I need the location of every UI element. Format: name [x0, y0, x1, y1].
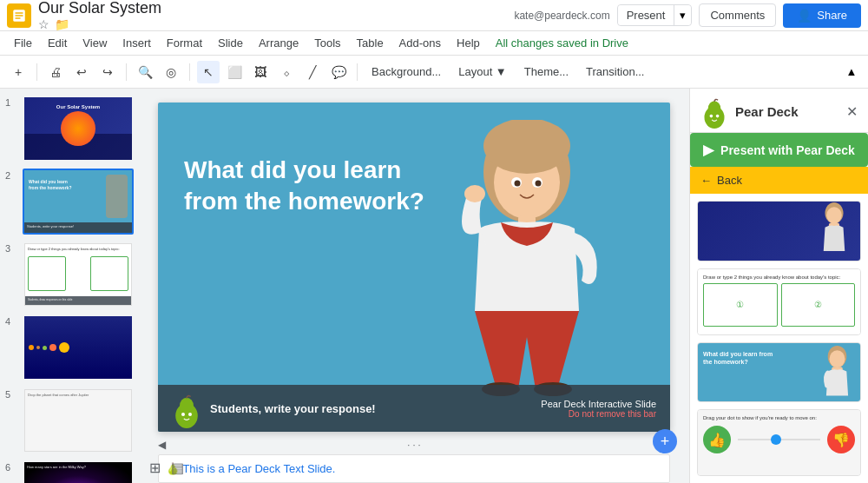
- svg-point-20: [708, 101, 720, 116]
- menu-help[interactable]: Help: [450, 35, 487, 51]
- pear-slide-card-3[interactable]: What did you learn from the homework? St…: [697, 342, 861, 403]
- toolbar-comment-button[interactable]: 💬: [327, 61, 350, 83]
- menu-file[interactable]: File: [7, 35, 39, 51]
- pear-logo-area: Pear Deck: [700, 97, 799, 125]
- present-button[interactable]: Present: [618, 5, 674, 25]
- comments-button[interactable]: Comments: [699, 3, 776, 27]
- menu-bar: File Edit View Insert Format Slide Arran…: [0, 31, 868, 56]
- menu-table[interactable]: Table: [350, 35, 391, 51]
- grid-view-button[interactable]: ⊞: [149, 460, 161, 476]
- menu-tools[interactable]: Tools: [307, 35, 347, 51]
- slide-img-4[interactable]: [23, 314, 134, 380]
- toolbar-redo-button[interactable]: ↪: [96, 61, 119, 83]
- toolbar-layout-button[interactable]: Layout ▼: [451, 63, 514, 80]
- menu-slide[interactable]: Slide: [211, 35, 250, 51]
- slide-notes-text: This is a Pear Deck Text Slide.: [182, 462, 335, 475]
- slide-nav-left[interactable]: ◀: [158, 439, 166, 451]
- slide-footer-right-sub: Do not remove this bar: [541, 409, 656, 419]
- top-right: kate@peardeck.com Present ▾ Comments 👤 S…: [514, 3, 861, 28]
- slide-thumbnail-4[interactable]: 4: [5, 314, 134, 380]
- toolbar-zoom-reset-button[interactable]: ◎: [160, 61, 182, 83]
- slide-num-3: 3: [5, 243, 17, 254]
- toolbar-separator: [36, 63, 37, 81]
- pear-slide-card-4[interactable]: Drag your dot to show if you're ready to…: [697, 409, 861, 476]
- pear-slide-card-1[interactable]: Students, write your response!: [697, 201, 861, 261]
- back-label: Back: [717, 174, 742, 187]
- user-email: kate@peardeck.com: [514, 10, 609, 22]
- slide-img-2[interactable]: What did you learn from the homework? St…: [23, 169, 134, 235]
- toolbar: + 🖨 ↩ ↪ 🔍 ◎ ↖ ⬜ 🖼 ⬦ ╱ 💬 Background... La…: [0, 56, 868, 89]
- toolbar-textbox-button[interactable]: ⬜: [223, 61, 246, 83]
- svg-point-21: [710, 115, 713, 118]
- svg-point-9: [515, 181, 521, 187]
- slide-thumbnail-2[interactable]: 2 What did you learn from the homework? …: [5, 169, 134, 235]
- toolbar-cursor-button[interactable]: ↖: [197, 61, 220, 83]
- view-controls: ⊞ ▤: [149, 460, 184, 476]
- pear-deck-sidebar: Pear Deck ✕ ▶ Present with Pear Deck ← B…: [689, 89, 868, 483]
- menu-edit[interactable]: Edit: [41, 35, 74, 51]
- slide-character: [427, 120, 635, 398]
- slide-thumbnail-1[interactable]: 1 Our Solar System: [5, 96, 134, 162]
- svg-point-16: [180, 398, 194, 414]
- svg-rect-3: [16, 17, 21, 19]
- toolbar-theme-button[interactable]: Theme...: [517, 63, 575, 80]
- title-icons: ☆ 📁: [38, 17, 161, 31]
- add-note-button[interactable]: +: [653, 429, 677, 453]
- main-slide[interactable]: What did you learn from the homework?: [158, 103, 670, 432]
- svg-point-12: [464, 185, 485, 202]
- svg-rect-1: [16, 12, 23, 14]
- slide-nav-center: · · ·: [166, 440, 662, 450]
- menu-view[interactable]: View: [76, 35, 114, 51]
- canvas-area: What did you learn from the homework?: [139, 89, 689, 483]
- app-icon: [7, 3, 31, 28]
- menu-addons[interactable]: Add-ons: [392, 35, 448, 51]
- pear-footer-logo: [172, 394, 201, 423]
- menu-insert[interactable]: Insert: [115, 35, 158, 51]
- title-area: Our Solar System ☆ 📁: [38, 0, 161, 31]
- toolbar-shape-button[interactable]: ⬦: [275, 61, 298, 83]
- pear-deck-title: Pear Deck: [735, 104, 799, 119]
- slide-img-5[interactable]: Drop the planet that comes after Jupiter: [23, 387, 134, 453]
- share-button[interactable]: 👤 Share: [783, 3, 861, 28]
- slide-num-2: 2: [5, 170, 17, 181]
- slide-thumbnail-6[interactable]: 6 How many stars are in the Milky Way?: [5, 460, 134, 483]
- slide-thumbnail-3[interactable]: 3 Draw or type 2 things you already know…: [5, 242, 134, 308]
- present-with-pear-deck-button[interactable]: ▶ Present with Pear Deck: [690, 133, 868, 167]
- toolbar-undo-button[interactable]: ↩: [70, 61, 93, 83]
- slide-notes[interactable]: 🍐 This is a Pear Deck Text Slide.: [158, 454, 670, 483]
- toolbar-transition-button[interactable]: Transition...: [579, 63, 651, 80]
- pear-slide-card-2[interactable]: Draw or type 2 things you already know a…: [697, 268, 861, 335]
- toolbar-image-button[interactable]: 🖼: [249, 61, 272, 83]
- slide-img-6[interactable]: How many stars are in the Milky Way?: [23, 460, 134, 483]
- slide-img-1[interactable]: Our Solar System: [23, 96, 134, 162]
- folder-icon[interactable]: 📁: [55, 17, 69, 31]
- svg-point-18: [188, 413, 192, 416]
- doc-title: Our Solar System: [38, 0, 161, 16]
- toolbar-add-button[interactable]: +: [7, 61, 30, 83]
- menu-format[interactable]: Format: [160, 35, 209, 51]
- pear-deck-close-button[interactable]: ✕: [846, 103, 858, 120]
- slide-bottom-bar: ◀ · · · ▶: [158, 439, 670, 451]
- svg-rect-2: [16, 15, 23, 17]
- toolbar-line-button[interactable]: ╱: [301, 61, 324, 83]
- slide-num-5: 5: [5, 389, 17, 400]
- slide-img-3[interactable]: Draw or type 2 things you already know a…: [23, 242, 134, 308]
- filmstrip-view-button[interactable]: ▤: [171, 460, 184, 476]
- toolbar-background-button[interactable]: Background...: [365, 63, 448, 80]
- slide-main-question: What did you learn from the homework?: [184, 155, 444, 218]
- toolbar-print-button[interactable]: 🖨: [44, 61, 67, 83]
- present-dropdown-button[interactable]: ▾: [674, 5, 691, 25]
- slide-thumbnail-5[interactable]: 5 Drop the planet that comes after Jupit…: [5, 387, 134, 453]
- share-icon: 👤: [797, 9, 812, 23]
- slide-footer-bar: Students, write your response! Pear Deck…: [158, 385, 670, 432]
- minimize-toolbar-button[interactable]: ▲: [842, 63, 861, 82]
- svg-point-24: [826, 207, 842, 223]
- pear-back-bar[interactable]: ← Back: [690, 167, 868, 194]
- auto-save-status: All changes saved in Drive: [496, 36, 628, 50]
- menu-arrange[interactable]: Arrange: [252, 35, 306, 51]
- star-icon[interactable]: ☆: [38, 17, 49, 31]
- present-play-icon: ▶: [703, 142, 713, 158]
- slide-panel: 1 Our Solar System 2 What did you learn …: [0, 89, 139, 483]
- slide-num-4: 4: [5, 316, 17, 327]
- toolbar-zoom-button[interactable]: 🔍: [134, 61, 156, 83]
